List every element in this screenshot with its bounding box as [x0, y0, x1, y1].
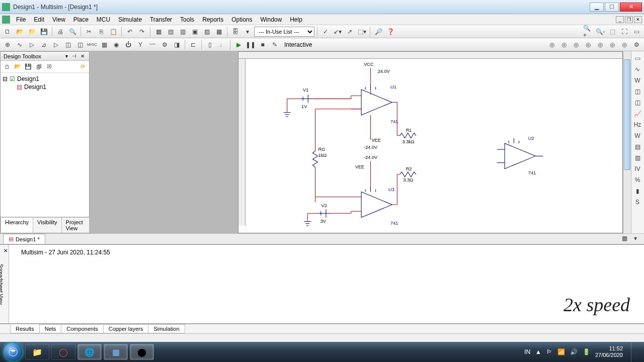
- undo-button[interactable]: ↶: [124, 26, 135, 37]
- comp-u1[interactable]: [361, 89, 392, 115]
- place-hier-button[interactable]: 」: [216, 39, 227, 50]
- back-annotate-button[interactable]: ↙▾: [332, 26, 343, 37]
- toolbox-refresh[interactable]: ⟳: [78, 62, 87, 71]
- toolbox-close[interactable]: ✕: [79, 53, 86, 59]
- instrument-wattmeter[interactable]: W: [632, 75, 642, 85]
- instrument-multimeter[interactable]: ▭: [632, 53, 642, 63]
- instrument-scope[interactable]: ◫: [632, 86, 642, 97]
- instrument-dist[interactable]: %: [632, 175, 642, 185]
- place-mixed-button[interactable]: ▦: [99, 39, 110, 50]
- toolbox-save[interactable]: 💾: [24, 62, 33, 71]
- maximize-button[interactable]: ☐: [605, 3, 619, 12]
- tray-battery-icon[interactable]: 🔋: [583, 348, 590, 355]
- probe3-button[interactable]: ◎: [571, 39, 582, 50]
- mdi-restore[interactable]: ❐: [625, 16, 633, 23]
- menu-view[interactable]: View: [48, 15, 69, 24]
- task-multisim[interactable]: ▦: [104, 344, 128, 360]
- place-ni-button[interactable]: ◨: [171, 39, 182, 50]
- place-connector-button[interactable]: ⊏: [188, 39, 199, 50]
- menu-simulate[interactable]: Simulate: [114, 15, 146, 24]
- place-source-button[interactable]: ⊕: [2, 39, 13, 50]
- toolbox-open[interactable]: 📂: [13, 62, 22, 71]
- sheet2-button[interactable]: ▤: [165, 26, 176, 37]
- tab-project-view[interactable]: Project View: [61, 217, 90, 233]
- mdi-close[interactable]: ✕: [634, 16, 642, 23]
- redo-button[interactable]: ↷: [136, 26, 147, 37]
- sstab-components[interactable]: Components: [61, 324, 103, 333]
- fullscreen-button[interactable]: ▭: [631, 26, 642, 37]
- canvas-vscroll[interactable]: [623, 51, 631, 233]
- probe5-button[interactable]: ◎: [595, 39, 606, 50]
- zoomin-button[interactable]: 🔍+: [583, 26, 594, 37]
- place-diode-button[interactable]: ▷: [26, 39, 37, 50]
- place-power-button[interactable]: ⏻: [123, 39, 134, 50]
- start-button[interactable]: [3, 342, 23, 362]
- db-button[interactable]: 🗄: [230, 26, 241, 37]
- menu-place[interactable]: Place: [69, 15, 93, 24]
- probe4-button[interactable]: ◎: [583, 39, 594, 50]
- doctab-menu2[interactable]: ▾: [630, 233, 641, 244]
- erc-button[interactable]: ✓: [320, 26, 331, 37]
- tree-root[interactable]: ⊟ ☑ Design1: [3, 75, 87, 83]
- instrument-4scope[interactable]: ◫: [632, 98, 642, 108]
- help-button[interactable]: ❓: [385, 26, 396, 37]
- toolbox-new[interactable]: 🗋: [3, 62, 12, 71]
- stop-button[interactable]: ■: [257, 39, 268, 50]
- menu-tools[interactable]: Tools: [176, 15, 198, 24]
- instrument-logic-an[interactable]: ▤: [632, 142, 642, 152]
- preview-button[interactable]: 🔍: [67, 26, 78, 37]
- place-basic-button[interactable]: ∿: [14, 39, 25, 50]
- menu-mcu[interactable]: MCU: [93, 15, 114, 24]
- copy-button[interactable]: ⎘: [96, 26, 107, 37]
- comp-rg[interactable]: [312, 151, 317, 167]
- schematic-canvas[interactable]: VCC 24.0V U1 741 V1 1V: [238, 51, 623, 233]
- comp-r2[interactable]: [399, 172, 416, 177]
- zoomarea-button[interactable]: ⬚: [607, 26, 618, 37]
- sstab-copper[interactable]: Copper layers: [103, 324, 148, 333]
- tray-volume-icon[interactable]: 🔊: [570, 348, 578, 355]
- checkbox-icon[interactable]: ☑: [10, 75, 15, 82]
- toolbox-dropdown[interactable]: ▾: [64, 53, 69, 59]
- probe-settings-button[interactable]: ⚙: [631, 39, 642, 50]
- new-button[interactable]: 🗋: [2, 26, 13, 37]
- toolbox-pin[interactable]: ⊣: [70, 53, 78, 59]
- place-mcu-button[interactable]: ▯: [204, 39, 215, 50]
- sstab-nets[interactable]: Nets: [39, 324, 62, 333]
- lang-indicator[interactable]: IN: [524, 348, 530, 355]
- inuse-list-combo[interactable]: --- In-Use List ---: [254, 27, 314, 37]
- sheet5-button[interactable]: ▨: [201, 26, 212, 37]
- tray-clock[interactable]: 11:52 27/06/2020: [595, 345, 623, 358]
- save-button[interactable]: 💾: [38, 26, 49, 37]
- doctab-menu[interactable]: ▦: [619, 233, 630, 244]
- probe7-button[interactable]: ◎: [619, 39, 630, 50]
- mdi-minimize[interactable]: _: [616, 16, 624, 23]
- menu-help[interactable]: Help: [286, 15, 306, 24]
- menu-options[interactable]: Options: [227, 15, 256, 24]
- instrument-bode[interactable]: 📈: [632, 109, 642, 119]
- sstab-simulation[interactable]: Simulation: [148, 324, 185, 333]
- vscroll-thumb[interactable]: [624, 59, 630, 170]
- sheet4-button[interactable]: ▣: [189, 26, 200, 37]
- sheet6-button[interactable]: ▩: [213, 26, 224, 37]
- toolbox-close-design[interactable]: ☒: [45, 62, 54, 71]
- tray-action-icon[interactable]: 🏳: [546, 348, 552, 355]
- tree-child[interactable]: ▤ Design1: [3, 83, 87, 91]
- fwd-annotate-button[interactable]: ↗: [344, 26, 355, 37]
- cut-button[interactable]: ✂: [84, 26, 95, 37]
- tray-network-icon[interactable]: 📶: [557, 348, 565, 355]
- close-button[interactable]: ✕: [620, 3, 642, 12]
- instrument-netan[interactable]: S: [632, 197, 642, 207]
- tray-up-icon[interactable]: ▲: [535, 348, 541, 355]
- task-explorer[interactable]: 📁: [25, 344, 49, 360]
- comp-u3[interactable]: [361, 192, 392, 218]
- place-transistor-button[interactable]: ⊿: [38, 39, 49, 50]
- comp-r1[interactable]: [399, 133, 416, 138]
- place-indicator-button[interactable]: ◉: [111, 39, 122, 50]
- instrument-wordgen[interactable]: W: [632, 131, 642, 141]
- sstab-results[interactable]: Results: [10, 324, 40, 333]
- find-button[interactable]: 🔎: [373, 26, 384, 37]
- instrument-freq[interactable]: Hz: [632, 120, 642, 130]
- run-button[interactable]: ▶: [233, 39, 244, 50]
- design-tree[interactable]: ⊟ ☑ Design1 ▤ Design1: [1, 73, 89, 217]
- show-desktop-button[interactable]: [631, 342, 637, 362]
